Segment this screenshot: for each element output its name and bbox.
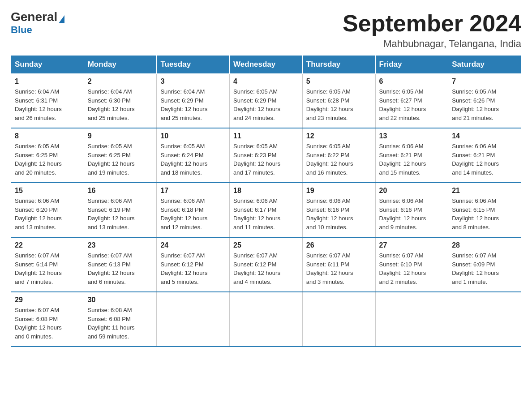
day-number: 16	[88, 187, 153, 195]
day-info: Sunrise: 6:05 AMSunset: 6:23 PMDaylight:…	[233, 142, 299, 177]
day-number: 18	[233, 187, 299, 195]
day-number: 28	[452, 241, 517, 249]
calendar-day-cell: 26 Sunrise: 6:07 AMSunset: 6:11 PMDaylig…	[302, 237, 375, 292]
day-info: Sunrise: 6:07 AMSunset: 6:08 PMDaylight:…	[15, 306, 80, 341]
day-number: 3	[160, 77, 226, 86]
day-number: 13	[379, 132, 445, 140]
calendar-week-row: 8 Sunrise: 6:05 AMSunset: 6:25 PMDayligh…	[11, 128, 521, 183]
calendar-day-cell: 23 Sunrise: 6:07 AMSunset: 6:13 PMDaylig…	[84, 237, 157, 292]
calendar-week-row: 15 Sunrise: 6:06 AMSunset: 6:20 PMDaylig…	[11, 183, 521, 237]
page-header: General Blue September 2024 Mahbubnagar,…	[11, 11, 521, 50]
day-number: 4	[233, 77, 299, 86]
calendar-day-cell	[448, 292, 521, 347]
day-number: 11	[233, 132, 299, 140]
day-info: Sunrise: 6:05 AMSunset: 6:28 PMDaylight:…	[306, 87, 372, 122]
calendar-day-cell: 5 Sunrise: 6:05 AMSunset: 6:28 PMDayligh…	[302, 74, 375, 128]
day-info: Sunrise: 6:06 AMSunset: 6:21 PMDaylight:…	[452, 142, 517, 177]
calendar-day-cell: 29 Sunrise: 6:07 AMSunset: 6:08 PMDaylig…	[11, 292, 84, 347]
day-info: Sunrise: 6:06 AMSunset: 6:16 PMDaylight:…	[306, 197, 372, 231]
calendar-day-cell: 10 Sunrise: 6:05 AMSunset: 6:24 PMDaylig…	[157, 128, 230, 183]
day-number: 7	[452, 77, 517, 86]
day-info: Sunrise: 6:07 AMSunset: 6:12 PMDaylight:…	[160, 251, 226, 286]
calendar-day-cell: 11 Sunrise: 6:05 AMSunset: 6:23 PMDaylig…	[230, 128, 303, 183]
day-number: 10	[160, 132, 226, 140]
day-number: 15	[15, 187, 80, 195]
calendar-day-cell	[375, 292, 448, 347]
calendar-day-cell: 16 Sunrise: 6:06 AMSunset: 6:19 PMDaylig…	[84, 183, 157, 237]
calendar-header: Sunday Monday Tuesday Wednesday Thursday…	[11, 56, 521, 74]
header-wednesday: Wednesday	[230, 56, 303, 74]
title-block: September 2024 Mahbubnagar, Telangana, I…	[343, 11, 521, 50]
day-number: 22	[15, 241, 80, 249]
calendar-week-row: 1 Sunrise: 6:04 AMSunset: 6:31 PMDayligh…	[11, 74, 521, 128]
day-info: Sunrise: 6:04 AMSunset: 6:29 PMDaylight:…	[160, 87, 226, 122]
day-info: Sunrise: 6:07 AMSunset: 6:14 PMDaylight:…	[15, 251, 80, 286]
day-info: Sunrise: 6:07 AMSunset: 6:11 PMDaylight:…	[306, 251, 372, 286]
calendar-day-cell: 15 Sunrise: 6:06 AMSunset: 6:20 PMDaylig…	[11, 183, 84, 237]
day-number: 23	[88, 241, 153, 249]
day-number: 21	[452, 187, 517, 195]
day-number: 17	[160, 187, 226, 195]
calendar-day-cell: 1 Sunrise: 6:04 AMSunset: 6:31 PMDayligh…	[11, 74, 84, 128]
logo-blue-text: Blue	[11, 24, 32, 36]
calendar-day-cell: 2 Sunrise: 6:04 AMSunset: 6:30 PMDayligh…	[84, 74, 157, 128]
calendar-week-row: 22 Sunrise: 6:07 AMSunset: 6:14 PMDaylig…	[11, 237, 521, 292]
calendar-day-cell: 19 Sunrise: 6:06 AMSunset: 6:16 PMDaylig…	[302, 183, 375, 237]
calendar-day-cell	[230, 292, 303, 347]
day-info: Sunrise: 6:05 AMSunset: 6:26 PMDaylight:…	[452, 87, 517, 122]
day-number: 29	[15, 296, 80, 304]
day-info: Sunrise: 6:06 AMSunset: 6:21 PMDaylight:…	[379, 142, 445, 177]
day-info: Sunrise: 6:05 AMSunset: 6:25 PMDaylight:…	[15, 142, 80, 177]
calendar-day-cell: 12 Sunrise: 6:05 AMSunset: 6:22 PMDaylig…	[302, 128, 375, 183]
weekday-header-row: Sunday Monday Tuesday Wednesday Thursday…	[11, 56, 521, 74]
calendar-day-cell	[157, 292, 230, 347]
calendar-day-cell: 21 Sunrise: 6:06 AMSunset: 6:15 PMDaylig…	[448, 183, 521, 237]
day-number: 14	[452, 132, 517, 140]
logo-general: General	[11, 11, 64, 23]
day-number: 20	[379, 187, 445, 195]
day-info: Sunrise: 6:05 AMSunset: 6:22 PMDaylight:…	[306, 142, 372, 177]
calendar-day-cell: 22 Sunrise: 6:07 AMSunset: 6:14 PMDaylig…	[11, 237, 84, 292]
calendar-day-cell: 8 Sunrise: 6:05 AMSunset: 6:25 PMDayligh…	[11, 128, 84, 183]
day-info: Sunrise: 6:06 AMSunset: 6:18 PMDaylight:…	[160, 197, 226, 231]
day-info: Sunrise: 6:05 AMSunset: 6:29 PMDaylight:…	[233, 87, 299, 122]
day-info: Sunrise: 6:06 AMSunset: 6:17 PMDaylight:…	[233, 197, 299, 231]
day-info: Sunrise: 6:06 AMSunset: 6:16 PMDaylight:…	[379, 197, 445, 231]
day-info: Sunrise: 6:08 AMSunset: 6:08 PMDaylight:…	[88, 306, 153, 341]
calendar-subtitle: Mahbubnagar, Telangana, India	[343, 38, 521, 50]
calendar-day-cell: 18 Sunrise: 6:06 AMSunset: 6:17 PMDaylig…	[230, 183, 303, 237]
day-info: Sunrise: 6:04 AMSunset: 6:31 PMDaylight:…	[15, 87, 80, 122]
header-friday: Friday	[375, 56, 448, 74]
calendar-day-cell: 25 Sunrise: 6:07 AMSunset: 6:12 PMDaylig…	[230, 237, 303, 292]
day-number: 30	[88, 296, 153, 304]
day-info: Sunrise: 6:06 AMSunset: 6:20 PMDaylight:…	[15, 197, 80, 231]
day-number: 26	[306, 241, 372, 249]
header-thursday: Thursday	[302, 56, 375, 74]
day-number: 5	[306, 77, 372, 86]
day-info: Sunrise: 6:07 AMSunset: 6:10 PMDaylight:…	[379, 251, 445, 286]
day-info: Sunrise: 6:06 AMSunset: 6:15 PMDaylight:…	[452, 197, 517, 231]
logo: General Blue	[11, 11, 64, 36]
day-number: 24	[160, 241, 226, 249]
calendar-day-cell: 9 Sunrise: 6:05 AMSunset: 6:25 PMDayligh…	[84, 128, 157, 183]
day-info: Sunrise: 6:05 AMSunset: 6:25 PMDaylight:…	[88, 142, 153, 177]
header-monday: Monday	[84, 56, 157, 74]
calendar-table: Sunday Monday Tuesday Wednesday Thursday…	[11, 55, 521, 347]
day-number: 1	[15, 77, 80, 86]
header-sunday: Sunday	[11, 56, 84, 74]
day-info: Sunrise: 6:06 AMSunset: 6:19 PMDaylight:…	[88, 197, 153, 231]
day-info: Sunrise: 6:05 AMSunset: 6:27 PMDaylight:…	[379, 87, 445, 122]
day-info: Sunrise: 6:05 AMSunset: 6:24 PMDaylight:…	[160, 142, 226, 177]
calendar-body: 1 Sunrise: 6:04 AMSunset: 6:31 PMDayligh…	[11, 74, 521, 347]
day-number: 12	[306, 132, 372, 140]
calendar-day-cell	[302, 292, 375, 347]
calendar-day-cell: 24 Sunrise: 6:07 AMSunset: 6:12 PMDaylig…	[157, 237, 230, 292]
calendar-day-cell: 13 Sunrise: 6:06 AMSunset: 6:21 PMDaylig…	[375, 128, 448, 183]
calendar-day-cell: 27 Sunrise: 6:07 AMSunset: 6:10 PMDaylig…	[375, 237, 448, 292]
day-number: 19	[306, 187, 372, 195]
day-info: Sunrise: 6:07 AMSunset: 6:12 PMDaylight:…	[233, 251, 299, 286]
calendar-day-cell: 7 Sunrise: 6:05 AMSunset: 6:26 PMDayligh…	[448, 74, 521, 128]
day-info: Sunrise: 6:04 AMSunset: 6:30 PMDaylight:…	[88, 87, 153, 122]
calendar-day-cell: 17 Sunrise: 6:06 AMSunset: 6:18 PMDaylig…	[157, 183, 230, 237]
day-number: 2	[88, 77, 153, 86]
